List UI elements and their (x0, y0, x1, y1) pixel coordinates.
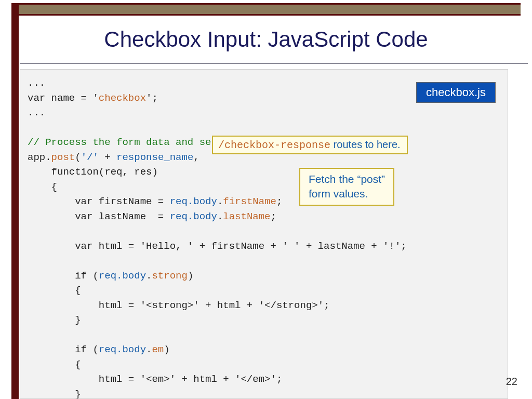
divider (20, 63, 528, 64)
code-block: ... var name = 'checkbox'; ... // Proces… (20, 69, 508, 399)
filename-badge: checkbox.js (416, 82, 496, 103)
page-number: 22 (506, 376, 517, 388)
slide-title: Checkbox Input: JavaScript Code (0, 27, 532, 52)
route-callout-text: routes to here. (330, 139, 401, 150)
fetch-callout-text: Fetch the “post” form values. (309, 173, 385, 200)
route-callout: /checkbox-response routes to here. (212, 136, 408, 154)
code-content: ... var name = 'checkbox'; ... // Proces… (28, 76, 500, 399)
fetch-callout: Fetch the “post” form values. (299, 168, 394, 206)
decorative-top-bar (11, 3, 521, 16)
decorative-left-stripe (11, 3, 19, 399)
route-callout-code: /checkbox-response (218, 139, 330, 151)
slide: Checkbox Input: JavaScript Code ... var … (0, 0, 532, 399)
